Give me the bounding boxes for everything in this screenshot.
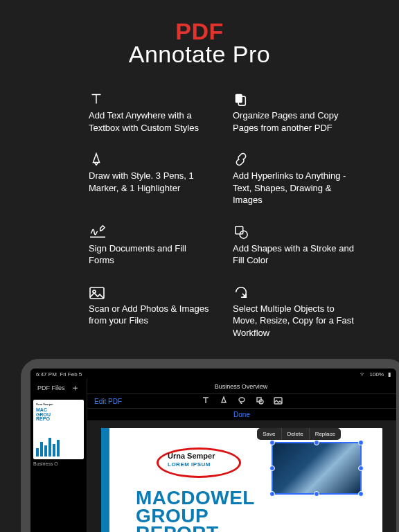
photo-icon [89, 282, 213, 300]
pen-icon [89, 149, 213, 167]
svg-point-7 [370, 382, 374, 387]
pages-icon [233, 89, 357, 107]
toolbar: Edit PDF [87, 394, 396, 409]
main-area: Business Overview Edit PDF Done [87, 379, 396, 532]
add-icon[interactable]: ＋ [71, 382, 80, 394]
feature-select: Select Multiple Objects to Move, Resize,… [233, 282, 357, 339]
undo-icon[interactable] [118, 382, 126, 391]
feature-signature: Sign Documents and Fill Forms [89, 222, 213, 267]
menu-delete[interactable]: Delete [282, 428, 310, 440]
tool-lasso-icon[interactable] [238, 396, 246, 406]
edit-pdf-button[interactable]: Edit PDF [94, 398, 122, 405]
context-menu: Save Delete Replace [257, 428, 341, 440]
hero-subtitle: Annotate Pro [0, 41, 399, 68]
thumb-label: Business O [33, 461, 84, 466]
doc-title: Business Overview [132, 383, 351, 390]
panel-icon[interactable] [382, 382, 391, 391]
feature-text: Add Text Anywhere with a Textbox with Cu… [89, 89, 213, 134]
pdf-page[interactable]: Save Delete Replace Urna Semper LOREM IP… [101, 428, 382, 532]
thumb-chart [36, 436, 81, 456]
sidebar-title: PDF Files [37, 384, 65, 391]
svg-rect-8 [383, 383, 389, 388]
feature-shapes: Add Shapes with a Stroke and Fill Color [233, 222, 357, 267]
tool-text-icon[interactable] [202, 396, 210, 406]
ellipse-title: Urna Semper [168, 452, 215, 460]
feature-label: Add Hyperlinks to Anything - Text, Shape… [233, 170, 357, 206]
menu-save[interactable]: Save [257, 428, 281, 440]
thumb-small: Urna Semper [36, 402, 53, 406]
feature-grid: Add Text Anywhere with a Textbox with Cu… [0, 82, 399, 339]
status-time: 6:47 PM [36, 371, 57, 378]
select-icon [233, 282, 357, 300]
feature-label: Add Shapes with a Stroke and Fill Color [233, 242, 357, 267]
page-accent [101, 428, 109, 532]
status-bar: 6:47 PM Fri Feb 5 ᯤ 100% ▮ [30, 369, 396, 379]
svg-point-6 [106, 382, 112, 389]
menu-replace[interactable]: Replace [310, 428, 341, 440]
feature-label: Scan or Add Photos & Images from your Fi… [89, 303, 213, 327]
window-topbar: Business Overview [87, 379, 396, 394]
sidebar: PDF Files ＋ Urna Semper MAC GROU REPO Bu… [30, 379, 87, 532]
doc-heading: MACDOWEL GROUP REPORT [136, 489, 255, 532]
search-icon[interactable] [369, 382, 377, 391]
done-button[interactable]: Done [87, 409, 396, 421]
signature-icon [89, 222, 213, 240]
tablet-frame: 6:47 PM Fri Feb 5 ᯤ 100% ▮ PDF Files ＋ U… [21, 359, 399, 532]
svg-point-3 [240, 231, 247, 238]
thumb-title: MAC GROU REPO [36, 408, 51, 422]
feature-label: Organize Pages and Copy Pages from anoth… [233, 109, 357, 134]
feature-photo: Scan or Add Photos & Images from your Fi… [89, 282, 213, 339]
shapes-icon [233, 222, 357, 240]
tool-pen-icon[interactable] [220, 396, 228, 406]
battery-label: 100% [370, 371, 384, 378]
feature-label: Add Text Anywhere with a Textbox with Cu… [89, 109, 213, 134]
wifi-icon: ᯤ [360, 371, 366, 378]
link-icon [233, 149, 357, 167]
selected-image[interactable] [272, 442, 362, 495]
status-date: Fri Feb 5 [60, 371, 82, 378]
tablet-screen: 6:47 PM Fri Feb 5 ᯤ 100% ▮ PDF Files ＋ U… [30, 369, 396, 532]
feature-pen: Draw with Style. 3 Pens, 1 Marker, & 1 H… [89, 149, 213, 206]
feature-link: Add Hyperlinks to Anything - Text, Shape… [233, 149, 357, 206]
svg-point-9 [239, 398, 245, 402]
svg-rect-2 [236, 226, 243, 233]
tool-image-icon[interactable] [274, 397, 283, 406]
feature-label: Sign Documents and Fill Forms [89, 242, 213, 267]
battery-icon: ▮ [388, 371, 391, 378]
feature-pages: Organize Pages and Copy Pages from anoth… [233, 89, 357, 134]
feature-label: Select Multiple Objects to Move, Resize,… [233, 303, 357, 339]
share-icon[interactable] [356, 382, 364, 391]
feature-label: Draw with Style. 3 Pens, 1 Marker, & 1 H… [89, 170, 213, 194]
ellipse-subtitle: LOREM IPSUM [168, 461, 211, 468]
text-icon [89, 89, 213, 107]
doc-thumbnail[interactable]: Urna Semper MAC GROU REPO [33, 400, 84, 459]
canvas[interactable]: Save Delete Replace Urna Semper LOREM IP… [87, 421, 396, 532]
back-icon[interactable] [93, 382, 100, 391]
tool-shape-icon[interactable] [256, 396, 264, 406]
smile-icon[interactable] [105, 382, 113, 391]
